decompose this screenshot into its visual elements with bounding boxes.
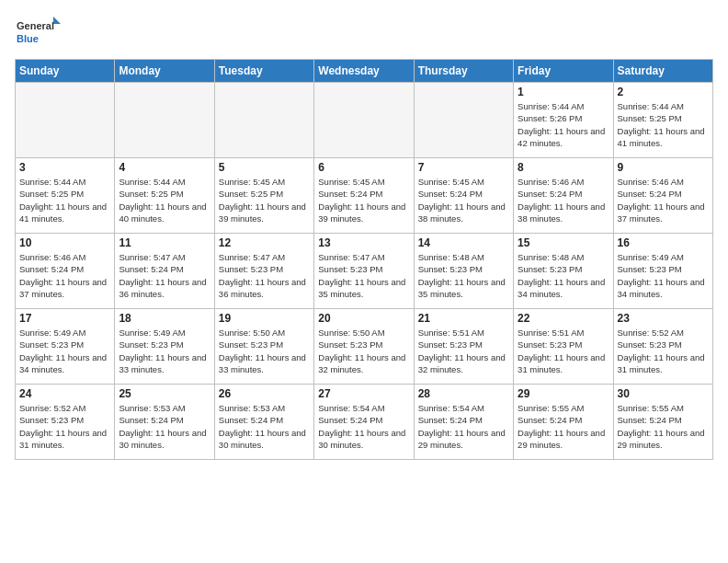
day-number: 6 [318,161,409,174]
weekday-header-monday: Monday [115,60,214,83]
day-info: Sunrise: 5:53 AMSunset: 5:24 PMDaylight:… [119,402,210,451]
day-number: 28 [418,387,509,400]
calendar-cell: 28Sunrise: 5:54 AMSunset: 5:24 PMDayligh… [414,385,513,460]
week-row-5: 24Sunrise: 5:52 AMSunset: 5:23 PMDayligh… [16,385,713,460]
day-info: Sunrise: 5:49 AMSunset: 5:23 PMDaylight:… [19,327,110,375]
calendar-cell: 25Sunrise: 5:53 AMSunset: 5:24 PMDayligh… [115,385,214,460]
calendar-cell: 5Sunrise: 5:45 AMSunset: 5:25 PMDaylight… [214,158,313,234]
svg-text:Blue: Blue [17,33,39,44]
day-number: 3 [19,161,110,174]
day-number: 26 [219,387,310,400]
calendar-cell: 11Sunrise: 5:47 AMSunset: 5:24 PMDayligh… [115,234,214,309]
day-info: Sunrise: 5:55 AMSunset: 5:24 PMDaylight:… [618,402,709,451]
week-row-3: 10Sunrise: 5:46 AMSunset: 5:24 PMDayligh… [16,234,713,309]
calendar-cell: 14Sunrise: 5:48 AMSunset: 5:23 PMDayligh… [414,234,513,309]
calendar-cell: 24Sunrise: 5:52 AMSunset: 5:23 PMDayligh… [16,385,115,460]
day-number: 22 [518,312,609,325]
day-number: 24 [19,387,110,400]
day-number: 7 [418,161,509,174]
weekday-header-row: SundayMondayTuesdayWednesdayThursdayFrid… [16,60,713,83]
day-number: 14 [418,236,509,249]
day-info: Sunrise: 5:53 AMSunset: 5:24 PMDaylight:… [219,402,310,451]
calendar-cell: 26Sunrise: 5:53 AMSunset: 5:24 PMDayligh… [214,385,313,460]
day-info: Sunrise: 5:50 AMSunset: 5:23 PMDaylight:… [219,327,310,375]
day-number: 8 [518,161,609,174]
weekday-header-tuesday: Tuesday [214,60,313,83]
calendar-cell: 2Sunrise: 5:44 AMSunset: 5:25 PMDaylight… [613,83,712,158]
calendar-cell: 1Sunrise: 5:44 AMSunset: 5:26 PMDaylight… [514,83,613,158]
day-info: Sunrise: 5:49 AMSunset: 5:23 PMDaylight:… [618,251,709,300]
day-number: 30 [618,387,709,400]
calendar-cell: 13Sunrise: 5:47 AMSunset: 5:23 PMDayligh… [314,234,414,309]
calendar-cell: 4Sunrise: 5:44 AMSunset: 5:25 PMDaylight… [115,158,214,234]
day-info: Sunrise: 5:47 AMSunset: 5:23 PMDaylight:… [219,251,310,300]
day-info: Sunrise: 5:55 AMSunset: 5:24 PMDaylight:… [518,402,609,451]
calendar-cell [414,83,513,158]
calendar-cell: 7Sunrise: 5:45 AMSunset: 5:24 PMDaylight… [414,158,513,234]
calendar-cell: 6Sunrise: 5:45 AMSunset: 5:24 PMDaylight… [314,158,414,234]
day-info: Sunrise: 5:49 AMSunset: 5:23 PMDaylight:… [119,327,210,375]
day-number: 12 [219,236,310,249]
calendar-table: SundayMondayTuesdayWednesdayThursdayFrid… [15,59,713,460]
calendar-cell: 15Sunrise: 5:48 AMSunset: 5:23 PMDayligh… [514,234,613,309]
day-info: Sunrise: 5:50 AMSunset: 5:23 PMDaylight:… [318,327,409,375]
day-number: 1 [518,86,609,98]
calendar-cell: 21Sunrise: 5:51 AMSunset: 5:23 PMDayligh… [414,309,513,385]
weekday-header-sunday: Sunday [16,60,115,83]
day-info: Sunrise: 5:44 AMSunset: 5:25 PMDaylight:… [618,100,709,149]
calendar-cell: 3Sunrise: 5:44 AMSunset: 5:25 PMDaylight… [16,158,115,234]
calendar-cell: 16Sunrise: 5:49 AMSunset: 5:23 PMDayligh… [613,234,712,309]
day-number: 23 [618,312,709,325]
calendar-cell: 20Sunrise: 5:50 AMSunset: 5:23 PMDayligh… [314,309,414,385]
calendar-cell: 27Sunrise: 5:54 AMSunset: 5:24 PMDayligh… [314,385,414,460]
page-header: General Blue [15,15,713,52]
week-row-4: 17Sunrise: 5:49 AMSunset: 5:23 PMDayligh… [16,309,713,385]
day-info: Sunrise: 5:52 AMSunset: 5:23 PMDaylight:… [618,327,709,375]
weekday-header-saturday: Saturday [613,60,712,83]
weekday-header-friday: Friday [514,60,613,83]
calendar-cell [16,83,115,158]
day-number: 15 [518,236,609,249]
calendar-cell: 17Sunrise: 5:49 AMSunset: 5:23 PMDayligh… [16,309,115,385]
day-info: Sunrise: 5:46 AMSunset: 5:24 PMDaylight:… [618,176,709,224]
day-info: Sunrise: 5:54 AMSunset: 5:24 PMDaylight:… [318,402,409,451]
calendar-cell: 29Sunrise: 5:55 AMSunset: 5:24 PMDayligh… [514,385,613,460]
day-number: 9 [618,161,709,174]
day-info: Sunrise: 5:52 AMSunset: 5:23 PMDaylight:… [19,402,110,451]
calendar-cell: 18Sunrise: 5:49 AMSunset: 5:23 PMDayligh… [115,309,214,385]
day-info: Sunrise: 5:48 AMSunset: 5:23 PMDaylight:… [518,251,609,300]
day-number: 18 [119,312,210,325]
day-info: Sunrise: 5:45 AMSunset: 5:24 PMDaylight:… [418,176,509,224]
day-number: 21 [418,312,509,325]
weekday-header-wednesday: Wednesday [314,60,414,83]
calendar-cell: 22Sunrise: 5:51 AMSunset: 5:23 PMDayligh… [514,309,613,385]
day-info: Sunrise: 5:45 AMSunset: 5:25 PMDaylight:… [219,176,310,224]
calendar-cell [314,83,414,158]
calendar-cell: 30Sunrise: 5:55 AMSunset: 5:24 PMDayligh… [613,385,712,460]
day-number: 5 [219,161,310,174]
day-info: Sunrise: 5:51 AMSunset: 5:23 PMDaylight:… [418,327,509,375]
svg-text:General: General [17,20,54,31]
calendar-cell: 9Sunrise: 5:46 AMSunset: 5:24 PMDaylight… [613,158,712,234]
day-info: Sunrise: 5:44 AMSunset: 5:25 PMDaylight:… [119,176,210,224]
logo-svg: General Blue [15,15,61,52]
day-info: Sunrise: 5:47 AMSunset: 5:24 PMDaylight:… [119,251,210,300]
day-number: 4 [119,161,210,174]
day-number: 10 [19,236,110,249]
day-number: 20 [318,312,409,325]
day-number: 27 [318,387,409,400]
calendar-cell: 23Sunrise: 5:52 AMSunset: 5:23 PMDayligh… [613,309,712,385]
day-number: 25 [119,387,210,400]
day-number: 13 [318,236,409,249]
calendar-cell: 19Sunrise: 5:50 AMSunset: 5:23 PMDayligh… [214,309,313,385]
day-info: Sunrise: 5:45 AMSunset: 5:24 PMDaylight:… [318,176,409,224]
day-info: Sunrise: 5:46 AMSunset: 5:24 PMDaylight:… [518,176,609,224]
week-row-1: 1Sunrise: 5:44 AMSunset: 5:26 PMDaylight… [16,83,713,158]
day-info: Sunrise: 5:46 AMSunset: 5:24 PMDaylight:… [19,251,110,300]
day-info: Sunrise: 5:48 AMSunset: 5:23 PMDaylight:… [418,251,509,300]
calendar-cell [115,83,214,158]
day-info: Sunrise: 5:47 AMSunset: 5:23 PMDaylight:… [318,251,409,300]
day-number: 11 [119,236,210,249]
day-info: Sunrise: 5:51 AMSunset: 5:23 PMDaylight:… [518,327,609,375]
day-info: Sunrise: 5:44 AMSunset: 5:26 PMDaylight:… [518,100,609,149]
